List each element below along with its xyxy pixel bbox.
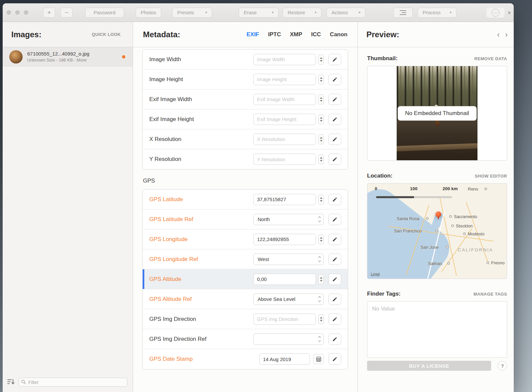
tab-exif[interactable]: EXIF [246, 31, 259, 38]
erase-dropdown[interactable]: Erase▾ [239, 8, 279, 18]
date-input[interactable] [259, 353, 310, 365]
actions-dropdown[interactable]: Actions▾ [327, 8, 365, 18]
calendar-icon [316, 357, 321, 362]
remove-data-button[interactable]: REMOVE DATA [474, 56, 507, 61]
edit-pencil-button[interactable] [329, 254, 341, 265]
edit-pencil-button[interactable] [329, 214, 341, 225]
edit-pencil-button[interactable] [329, 274, 341, 285]
table-row[interactable]: Image Width [143, 50, 348, 69]
buy-license-button[interactable]: BUY A LICENSE [367, 361, 491, 371]
toolbar-overflow-icon[interactable]: ›› [508, 9, 510, 16]
tab-icc[interactable]: ICC [311, 31, 321, 38]
field-input[interactable] [253, 94, 316, 105]
edit-pencil-button[interactable] [329, 353, 341, 365]
edit-pencil-button[interactable] [329, 194, 341, 205]
table-row[interactable]: GPS Latitude [143, 190, 348, 209]
table-row[interactable]: Image Height [143, 69, 348, 89]
legal-link[interactable]: Legal [371, 272, 380, 276]
table-row-selected[interactable]: GPS Altitude [143, 269, 348, 289]
edit-pencil-button[interactable] [329, 74, 341, 85]
view-options-button[interactable] [393, 8, 413, 18]
table-row[interactable]: Y Resolution [143, 149, 348, 169]
edit-pencil-button[interactable] [329, 333, 341, 345]
zoom-button[interactable] [24, 10, 28, 15]
field-input[interactable] [253, 134, 316, 145]
value-stepper[interactable] [318, 234, 324, 244]
minimize-button[interactable] [15, 10, 20, 15]
table-row[interactable]: GPS Latitude Ref North [143, 209, 348, 229]
more-link[interactable]: More [77, 58, 87, 63]
location-map[interactable]: 0 100 200 km Reno Santa Rosa Sacramento … [367, 183, 507, 279]
edit-pencil-button[interactable] [329, 314, 341, 325]
value-stepper[interactable] [318, 314, 324, 324]
value-stepper[interactable] [318, 134, 324, 144]
pencil-icon [332, 77, 337, 82]
pencil-icon [332, 356, 337, 362]
table-row[interactable]: GPS Img Direction [143, 309, 348, 329]
field-select[interactable]: North [253, 214, 324, 225]
field-input[interactable] [253, 234, 316, 245]
chevron-down-icon: ▾ [315, 11, 317, 14]
table-row[interactable]: Exif Image Width [143, 89, 348, 109]
previous-image-button[interactable]: ‹ [497, 31, 500, 39]
field-input[interactable] [253, 194, 316, 205]
value-stepper[interactable] [318, 94, 324, 104]
quick-look-button[interactable]: QUICK LOOK [92, 32, 121, 37]
show-editor-button[interactable]: SHOW EDITOR [475, 174, 507, 179]
tab-xmp[interactable]: XMP [290, 31, 302, 38]
filter-input[interactable] [19, 378, 127, 387]
stepper-down-icon [320, 60, 323, 62]
remove-image-button[interactable]: − [61, 8, 72, 18]
field-select[interactable]: Above Sea Level [253, 294, 324, 305]
table-row[interactable]: X Resolution [143, 129, 348, 149]
table-row[interactable]: GPS Altitude Ref Above Sea Level [143, 289, 348, 309]
table-row[interactable]: Exif Image Height [143, 109, 348, 129]
field-input[interactable] [253, 274, 316, 285]
value-stepper[interactable] [318, 195, 324, 204]
finder-tags-field[interactable]: No Value [367, 301, 507, 358]
field-input[interactable] [253, 314, 316, 325]
edit-pencil-button[interactable] [329, 234, 341, 245]
field-input[interactable] [253, 154, 316, 165]
edit-pencil-button[interactable] [329, 94, 341, 105]
presets-dropdown[interactable]: Presets▾ [172, 8, 212, 18]
photos-button[interactable]: Photos [136, 8, 161, 18]
next-image-button[interactable]: › [505, 31, 508, 39]
field-select[interactable] [253, 333, 324, 345]
value-stepper[interactable] [318, 274, 324, 284]
value-stepper[interactable] [318, 114, 324, 124]
value-stepper[interactable] [318, 154, 324, 164]
sort-button[interactable] [7, 379, 15, 386]
table-row[interactable]: GPS Longitude Ref West [143, 249, 348, 269]
value-stepper[interactable] [318, 74, 324, 84]
close-button[interactable] [7, 10, 11, 15]
edit-pencil-button[interactable] [329, 114, 341, 125]
field-select[interactable]: West [253, 254, 324, 265]
table-row[interactable]: GPS Date Stamp [143, 349, 348, 369]
process-dropdown[interactable]: Process▾ [418, 8, 457, 18]
field-input[interactable] [253, 114, 316, 125]
tab-canon[interactable]: Canon [330, 31, 347, 38]
list-item[interactable]: 67100555_12...40992_o.jpg Unknown Size -… [3, 47, 133, 66]
calendar-button[interactable] [313, 354, 324, 364]
edit-pencil-button[interactable] [329, 54, 341, 65]
edit-pencil-button[interactable] [329, 154, 341, 165]
edit-pencil-button[interactable] [329, 294, 341, 305]
restore-dropdown[interactable]: Restore▾ [283, 8, 322, 18]
field-input[interactable] [253, 54, 316, 65]
map-scale-hundred: 100 [410, 186, 418, 191]
field-input[interactable] [253, 74, 316, 85]
more-options-button[interactable]: ⋯ [486, 8, 504, 18]
password-button[interactable]: Password [85, 8, 124, 18]
metadata-body: Image Width Image Height [133, 47, 357, 392]
thumbnail-preview-box: No Embedded Thumbnail [367, 66, 507, 161]
tab-iptc[interactable]: IPTC [268, 31, 281, 38]
table-row[interactable]: GPS Longitude [143, 229, 348, 249]
value-stepper[interactable] [318, 55, 324, 65]
edit-pencil-button[interactable] [329, 134, 341, 145]
help-button[interactable]: ? [498, 361, 507, 370]
add-image-button[interactable]: + [43, 8, 55, 18]
manage-tags-button[interactable]: MANAGE TAGS [473, 292, 507, 297]
table-row[interactable]: GPS Img Direction Ref [143, 329, 348, 349]
image-filename: 67100555_12...40992_o.jpg [27, 51, 117, 57]
